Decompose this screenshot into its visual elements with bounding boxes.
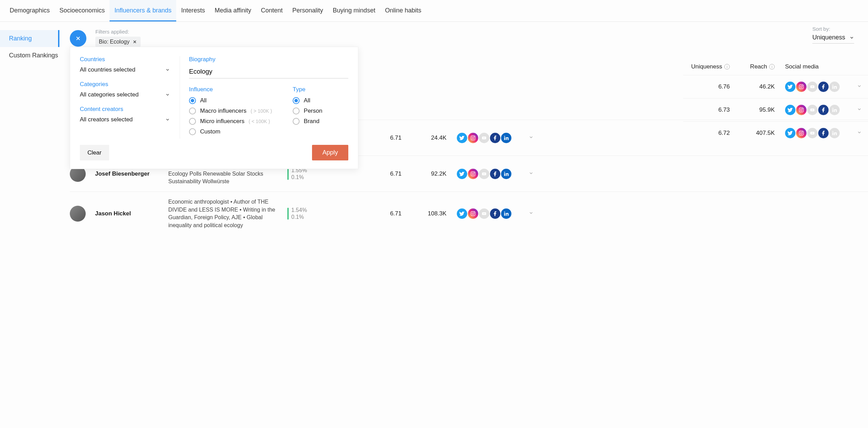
linkedin-icon[interactable] [501,208,511,219]
influence-radio-macro[interactable]: Macro influencers ( > 100K ) [189,108,272,114]
twitter-icon[interactable] [785,82,795,92]
uniqueness-value: 6.72 [683,130,733,137]
sidebar: Ranking Custom Rankings [0,22,59,235]
remove-chip-icon[interactable] [132,39,137,44]
close-filters-button[interactable] [70,30,86,47]
table-row[interactable]: Jason Hickel Economic anthropologist • A… [70,192,868,235]
apply-button[interactable]: Apply [312,145,348,160]
col-reach-header: Reach [750,63,767,70]
clear-button[interactable]: Clear [80,145,109,160]
categories-select[interactable]: All categories selected [80,91,173,98]
tab-socioeconomics[interactable]: Socioeconomics [55,0,110,21]
chevron-down-icon [165,92,170,97]
twitter-icon[interactable] [785,128,795,138]
influence-radio-micro[interactable]: Micro influencers ( < 100K ) [189,118,272,125]
youtube-icon[interactable] [479,133,489,143]
svg-point-2 [802,85,803,86]
svg-point-17 [832,131,833,132]
instagram-icon[interactable] [796,105,806,115]
youtube-icon[interactable] [479,208,489,219]
facebook-icon[interactable] [490,208,500,219]
chevron-down-icon [849,35,854,40]
row-name: Jason Hickel [89,210,168,217]
svg-point-1 [800,86,802,87]
facebook-icon[interactable] [818,105,829,115]
twitter-icon[interactable] [457,169,467,179]
countries-select[interactable]: All countries selected [80,66,173,73]
instagram-icon[interactable] [796,82,806,92]
creators-select[interactable]: All creators selected [80,116,173,123]
chevron-down-icon[interactable] [529,135,534,140]
influence-radio-custom[interactable]: Custom [189,128,272,135]
facebook-icon[interactable] [818,82,829,92]
tab-buying-mindset[interactable]: Buying mindset [328,0,380,21]
biography-input[interactable] [189,66,348,78]
sidebar-item-ranking[interactable]: Ranking [0,30,59,47]
instagram-icon[interactable] [468,208,478,219]
youtube-icon[interactable] [479,169,489,179]
svg-point-13 [800,132,802,134]
linkedin-icon[interactable] [829,105,840,115]
tab-interests[interactable]: Interests [176,0,210,21]
linkedin-icon[interactable] [829,82,840,92]
tab-demographics[interactable]: Demographics [5,0,55,21]
tab-influencers-brands[interactable]: Influencers & brands [110,0,176,21]
reach-value: 108.3K [405,210,450,217]
table-row[interactable]: 6.72 407.5K [683,121,868,145]
influence-title: Influence [189,86,272,93]
info-icon[interactable]: i [724,64,730,69]
tab-content[interactable]: Content [256,0,287,21]
type-radio-all[interactable]: All [293,97,322,104]
svg-rect-28 [504,173,505,176]
tab-personality[interactable]: Personality [287,0,328,21]
categories-value: All categories selected [80,91,139,98]
chevron-down-icon[interactable] [529,211,534,215]
influence-radio-all[interactable]: All [189,97,272,104]
linkedin-icon[interactable] [501,169,511,179]
nav-tabs: Demographics Socioeconomics Influencers … [0,0,868,22]
chevron-down-icon[interactable] [529,171,534,176]
instagram-icon[interactable] [796,128,806,138]
type-radio-brand[interactable]: Brand [293,118,322,125]
chevron-down-icon[interactable] [857,84,862,89]
radio-icon [293,97,300,104]
info-icon[interactable]: i [769,64,775,69]
table-row[interactable]: 6.76 46.2K [683,75,868,98]
radio-icon [189,118,196,125]
svg-point-31 [472,213,474,214]
filter-popup: Countries All countries selected Categor… [70,47,358,169]
facebook-icon[interactable] [490,133,500,143]
countries-title: Countries [80,56,173,63]
twitter-icon[interactable] [785,105,795,115]
uniqueness-value: 6.73 [683,106,733,113]
youtube-icon[interactable] [807,82,818,92]
linkedin-icon[interactable] [501,133,511,143]
instagram-icon[interactable] [468,133,478,143]
instagram-icon[interactable] [468,169,478,179]
twitter-icon[interactable] [457,133,467,143]
tab-media-affinity[interactable]: Media affinity [210,0,256,21]
pct-value-1: 1.54% [291,207,307,213]
table-row[interactable]: 6.73 95.9K [683,98,868,121]
svg-rect-10 [832,109,833,112]
youtube-icon[interactable] [807,105,818,115]
reach-value: 407.5K [733,130,778,137]
facebook-icon[interactable] [490,169,500,179]
sort-select[interactable]: Uniqueness [812,34,854,44]
col-uniqueness-header: Uniqueness [691,63,722,70]
sidebar-item-custom-rankings[interactable]: Custom Rankings [0,47,59,64]
pct-value-2: 0.1% [291,174,307,180]
youtube-icon[interactable] [807,128,818,138]
svg-point-7 [800,109,802,111]
twitter-icon[interactable] [457,208,467,219]
type-radio-person[interactable]: Person [293,108,322,114]
facebook-icon[interactable] [818,128,829,138]
chevron-down-icon[interactable] [857,107,862,112]
sort-by-label: Sort by: [812,26,854,32]
linkedin-icon[interactable] [829,128,840,138]
svg-rect-34 [504,213,505,216]
tab-online-habits[interactable]: Online habits [380,0,426,21]
svg-point-23 [504,136,505,137]
chevron-down-icon[interactable] [857,130,862,135]
filter-chip-bio-ecology[interactable]: Bio: Ecology [95,37,141,47]
